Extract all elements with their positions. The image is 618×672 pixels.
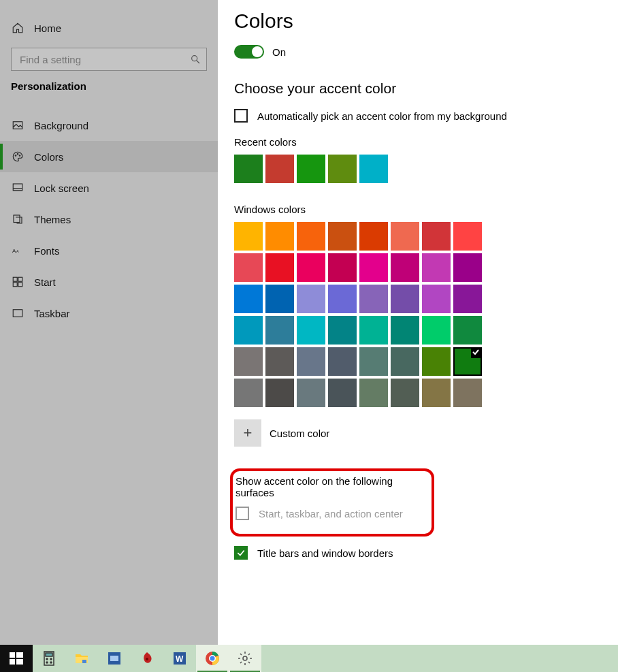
auto-pick-checkbox-row[interactable]: Automatically pick an accent color from …: [234, 109, 618, 123]
svg-rect-5: [13, 184, 22, 191]
color-swatch[interactable]: [422, 253, 451, 282]
highlighted-section: Show accent color on the following surfa…: [230, 468, 434, 537]
color-swatch[interactable]: [391, 316, 419, 345]
color-swatch[interactable]: [359, 347, 388, 376]
color-swatch[interactable]: [359, 379, 388, 407]
sidebar-item-themes[interactable]: Themes: [0, 204, 218, 235]
color-swatch[interactable]: [234, 155, 263, 183]
taskbar-settings[interactable]: [229, 645, 261, 672]
taskbar-app-2[interactable]: [131, 645, 163, 672]
color-swatch[interactable]: [391, 253, 419, 282]
sidebar-item-colors[interactable]: Colors: [0, 141, 218, 172]
color-swatch[interactable]: [234, 347, 263, 376]
svg-point-3: [17, 154, 18, 155]
recent-colors-heading: Recent colors: [234, 136, 618, 148]
color-swatch[interactable]: [297, 155, 325, 183]
sidebar-item-start[interactable]: Start: [0, 266, 218, 298]
custom-color-label: Custom color: [270, 428, 329, 439]
color-swatch[interactable]: [265, 155, 294, 183]
sidebar-item-background[interactable]: Background: [0, 110, 218, 141]
windows-colors-heading: Windows colors: [234, 204, 618, 215]
search-icon: [190, 54, 201, 65]
color-swatch[interactable]: [453, 222, 482, 251]
color-swatch[interactable]: [453, 316, 482, 345]
color-swatch[interactable]: [422, 316, 451, 345]
color-swatch[interactable]: [328, 379, 357, 407]
color-swatch[interactable]: [297, 316, 325, 345]
taskbar-file-explorer[interactable]: [65, 645, 98, 672]
color-swatch[interactable]: [234, 316, 263, 345]
color-swatch[interactable]: [391, 222, 419, 251]
surface-start-checkbox-row[interactable]: Start, taskbar, and action center: [235, 507, 425, 520]
color-swatch[interactable]: [265, 379, 294, 407]
color-swatch[interactable]: [453, 253, 482, 282]
color-swatch[interactable]: [297, 379, 325, 407]
search-input[interactable]: [18, 53, 190, 66]
taskbar-word[interactable]: W: [163, 645, 196, 672]
svg-rect-27: [110, 656, 118, 661]
color-swatch[interactable]: [328, 285, 357, 313]
color-swatch[interactable]: [328, 222, 357, 251]
color-swatch[interactable]: [297, 285, 325, 313]
color-swatch[interactable]: [422, 379, 451, 407]
color-swatch[interactable]: [297, 222, 325, 251]
color-swatch[interactable]: [359, 316, 388, 345]
color-swatch[interactable]: [422, 285, 451, 313]
color-swatch[interactable]: [265, 253, 294, 282]
sidebar-item-home[interactable]: Home: [0, 12, 218, 44]
color-swatch[interactable]: [422, 347, 451, 376]
transparency-toggle[interactable]: [234, 45, 264, 59]
svg-point-33: [210, 656, 215, 661]
color-swatch[interactable]: [359, 222, 388, 251]
color-swatch[interactable]: [359, 155, 388, 183]
surface-titlebars-checkbox-row[interactable]: Title bars and window borders: [234, 546, 618, 560]
color-swatch[interactable]: [234, 222, 263, 251]
main-content: Colors On Choose your accent color Autom…: [218, 0, 618, 645]
gear-icon: [237, 650, 253, 667]
search-box[interactable]: [11, 48, 207, 71]
category-heading: Personalization: [0, 71, 218, 97]
taskbar-chrome[interactable]: [196, 645, 229, 672]
svg-rect-6: [14, 215, 20, 223]
color-swatch[interactable]: [297, 347, 325, 376]
taskbar-app-1[interactable]: [98, 645, 131, 672]
sidebar-item-lockscreen[interactable]: Lock screen: [0, 172, 218, 204]
color-swatch[interactable]: [453, 379, 482, 407]
svg-rect-11: [13, 283, 17, 287]
color-swatch[interactable]: [328, 253, 357, 282]
color-swatch[interactable]: [328, 155, 357, 183]
sidebar-item-taskbar[interactable]: Taskbar: [0, 298, 218, 329]
color-swatch[interactable]: [453, 285, 482, 313]
color-swatch[interactable]: [328, 316, 357, 345]
taskbar: W: [0, 645, 618, 672]
svg-rect-15: [16, 652, 23, 658]
color-swatch[interactable]: [297, 253, 325, 282]
color-swatch[interactable]: [391, 285, 419, 313]
windows-colors-grid: [234, 222, 493, 410]
color-swatch[interactable]: [265, 222, 294, 251]
color-swatch[interactable]: [234, 379, 263, 407]
page-title: Colors: [234, 10, 618, 33]
color-swatch[interactable]: [265, 347, 294, 376]
home-label: Home: [34, 22, 61, 34]
color-swatch[interactable]: [359, 253, 388, 282]
sidebar-item-fonts[interactable]: AA Fonts: [0, 235, 218, 266]
taskbar-start-button[interactable]: [0, 645, 33, 672]
plus-icon: +: [244, 424, 253, 442]
surface-start-label: Start, taskbar, and action center: [259, 508, 403, 519]
color-swatch[interactable]: [453, 347, 482, 376]
color-swatch[interactable]: [265, 316, 294, 345]
color-swatch[interactable]: [422, 222, 451, 251]
color-swatch[interactable]: [265, 285, 294, 313]
custom-color-button[interactable]: +: [234, 419, 261, 447]
color-swatch[interactable]: [391, 379, 419, 407]
svg-point-28: [146, 658, 148, 660]
color-swatch[interactable]: [234, 285, 263, 313]
lock-screen-icon: [11, 181, 25, 195]
taskbar-calculator[interactable]: [33, 645, 65, 672]
color-swatch[interactable]: [391, 347, 419, 376]
color-swatch[interactable]: [359, 285, 388, 313]
settings-sidebar: Home Personalization Background Colors L…: [0, 0, 218, 645]
color-swatch[interactable]: [328, 347, 357, 376]
color-swatch[interactable]: [234, 253, 263, 282]
